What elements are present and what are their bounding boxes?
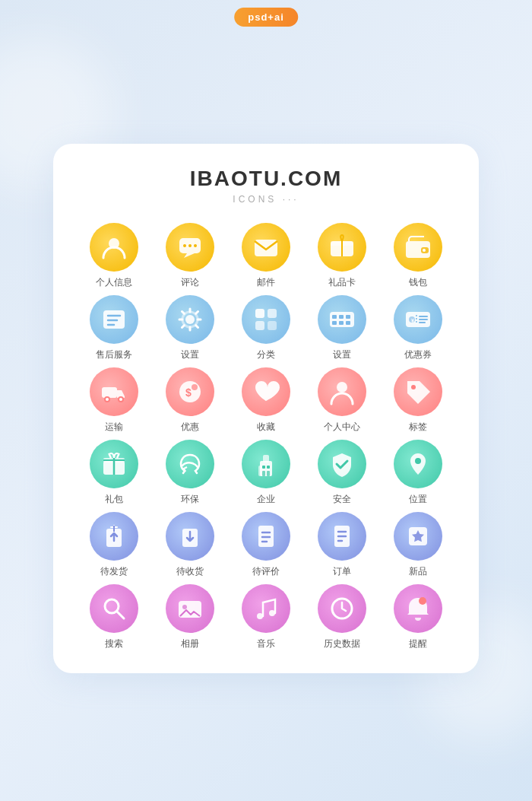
gift-card-icon (328, 234, 356, 261)
icon-circle-history (318, 584, 366, 633)
icon-item-pending-ship[interactable]: 待发货 (81, 512, 147, 578)
icon-row-1: 售后服务 设置 分类 设置 ¥ 优惠券 (76, 295, 456, 361)
icon-label-eco: 环保 (181, 493, 199, 506)
icon-item-mail[interactable]: 邮件 (233, 223, 299, 289)
icon-item-history[interactable]: 历史数据 (309, 584, 375, 650)
svg-point-56 (415, 458, 421, 464)
icon-item-category[interactable]: 分类 (233, 295, 299, 361)
icon-circle-settings (166, 295, 214, 344)
icon-label-reminder: 提醒 (409, 637, 427, 650)
icon-item-comment[interactable]: 评论 (157, 223, 223, 289)
icon-item-coupon[interactable]: ¥ 优惠券 (385, 295, 451, 361)
icon-item-discount[interactable]: $ 优惠 (157, 367, 223, 434)
delivery-icon (100, 378, 128, 405)
icon-label-settings2: 设置 (333, 348, 351, 361)
svg-rect-55 (267, 471, 270, 476)
svg-point-42 (411, 385, 416, 389)
icon-row-0: 个人信息 评论 邮件 礼品卡 钱包 (76, 223, 456, 289)
icon-item-music[interactable]: 音乐 (233, 584, 299, 650)
icon-item-search[interactable]: 搜索 (81, 584, 147, 650)
icon-item-settings[interactable]: 设置 (157, 295, 223, 361)
order-icon (328, 523, 356, 550)
svg-point-37 (119, 397, 123, 402)
icon-label-search: 搜索 (105, 637, 123, 650)
icon-item-user-center[interactable]: 个人中心 (309, 367, 375, 434)
svg-text:¥: ¥ (411, 318, 414, 323)
reminder-icon (404, 595, 432, 622)
icon-item-delivery[interactable]: 运输 (81, 367, 147, 434)
svg-rect-5 (255, 240, 277, 256)
user-center-icon (328, 378, 356, 405)
icon-label-gift-card: 礼品卡 (328, 276, 356, 289)
icon-circle-wallet (394, 223, 442, 272)
svg-rect-52 (262, 466, 265, 469)
icon-item-eco[interactable]: 环保 (157, 440, 223, 506)
icon-row-3: 礼包 环保 企业 安全 位置 (76, 440, 456, 506)
new-product-icon (404, 523, 432, 550)
icon-label-person: 个人信息 (96, 276, 132, 289)
icon-item-service[interactable]: 售后服务 (81, 295, 147, 361)
icon-circle-coupon: ¥ (394, 295, 442, 344)
svg-rect-50 (263, 455, 269, 462)
icon-circle-delivery (90, 367, 138, 416)
icon-circle-discount: $ (166, 367, 214, 416)
svg-rect-23 (339, 315, 344, 319)
icon-label-comment: 评论 (181, 276, 199, 289)
icon-circle-album (166, 584, 214, 633)
pending-review-icon (252, 523, 280, 550)
svg-rect-26 (339, 321, 344, 325)
icon-item-gift-card[interactable]: 礼品卡 (309, 223, 375, 289)
svg-rect-22 (332, 315, 337, 319)
icon-item-favorite[interactable]: 收藏 (233, 367, 299, 434)
svg-point-72 (257, 613, 263, 619)
icon-label-pending-receive: 待收货 (176, 565, 204, 578)
svg-rect-17 (255, 309, 264, 318)
svg-point-15 (185, 315, 195, 324)
category-icon (252, 306, 280, 333)
icon-row-4: 待发货 待收货 待评价 订单 新品 (76, 512, 456, 578)
svg-point-71 (182, 605, 187, 609)
icon-item-location[interactable]: 位置 (385, 440, 451, 506)
svg-point-10 (423, 249, 426, 252)
icon-item-order[interactable]: 订单 (309, 512, 375, 578)
pending-receive-icon (176, 523, 204, 550)
icon-row-5: 搜索 相册 音乐 历史数据 提醒 (76, 584, 456, 650)
icon-label-mail: 邮件 (257, 276, 275, 289)
icon-item-pending-review[interactable]: 待评价 (233, 512, 299, 578)
icon-item-reminder[interactable]: 提醒 (385, 584, 451, 650)
site-subtitle: ICONS ··· (76, 194, 456, 205)
icon-item-wallet[interactable]: 钱包 (385, 223, 451, 289)
site-title: IBAOTU.COM (76, 167, 456, 191)
gift-box-icon (100, 450, 128, 478)
icon-item-new-product[interactable]: 新品 (385, 512, 451, 578)
icon-circle-mail (242, 223, 290, 272)
icons-grid: 个人信息 评论 邮件 礼品卡 钱包 售后服务 设置 分类 (76, 223, 456, 650)
icon-item-pending-receive[interactable]: 待收货 (157, 512, 223, 578)
icon-item-album[interactable]: 相册 (157, 584, 223, 650)
icon-label-order: 订单 (333, 565, 351, 578)
svg-rect-19 (255, 321, 264, 330)
icon-circle-user-center (318, 367, 366, 416)
eco-icon (176, 450, 204, 478)
icon-label-pending-ship: 待发货 (100, 565, 128, 578)
icon-item-enterprise[interactable]: 企业 (233, 440, 299, 506)
icon-label-pending-review: 待评价 (252, 565, 280, 578)
icon-item-person[interactable]: 个人信息 (81, 223, 147, 289)
icon-circle-service (90, 295, 138, 344)
icon-circle-enterprise (242, 440, 290, 488)
icon-label-gift-box: 礼包 (105, 493, 123, 506)
icon-circle-music (242, 584, 290, 633)
icon-circle-gift-card (318, 223, 366, 272)
icon-circle-pending-review (242, 512, 290, 561)
svg-rect-53 (267, 466, 270, 469)
icon-label-favorite: 收藏 (257, 421, 275, 434)
security-icon (328, 450, 356, 478)
icon-item-tag[interactable]: 标签 (385, 367, 451, 434)
svg-point-2 (183, 244, 186, 247)
icon-item-settings2[interactable]: 设置 (309, 295, 375, 361)
icon-item-gift-box[interactable]: 礼包 (81, 440, 147, 506)
card-header: IBAOTU.COM ICONS ··· (76, 167, 456, 205)
svg-point-36 (105, 397, 109, 402)
icon-item-security[interactable]: 安全 (309, 440, 375, 506)
icon-circle-reminder (394, 584, 442, 633)
